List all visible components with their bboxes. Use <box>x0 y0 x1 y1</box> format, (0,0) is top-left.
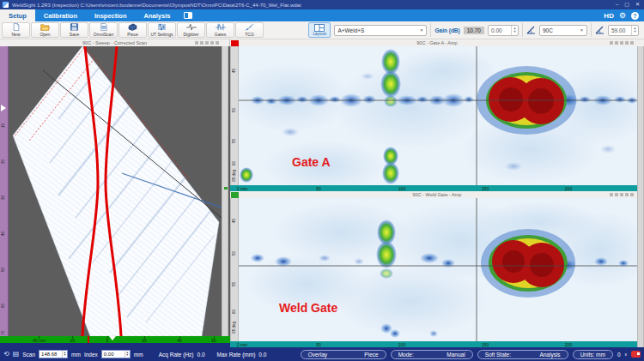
window-title: WeldSight 1.2R3 (Inspection) C:\Users\vi… <box>12 3 616 8</box>
scan-position-marker[interactable] <box>1 105 6 111</box>
gate-a-view-title: 90C - Gate A - Amp <box>230 40 644 45</box>
save-button[interactable]: Save <box>60 22 88 38</box>
scan-position-input[interactable]: 148.68 ▲▼ <box>39 350 68 358</box>
refresh-icon[interactable]: ⟲ <box>3 349 9 359</box>
scan-unit: mm <box>71 352 81 358</box>
layouts-button[interactable]: Layouts <box>308 22 331 38</box>
counter-value: 0 <box>617 352 621 358</box>
gate-a-view-controls[interactable] <box>610 41 634 45</box>
scroll-marker <box>224 187 228 190</box>
layout-preset-select[interactable]: A+Weld+S ▼ <box>334 25 427 36</box>
weld-gate-alarm-indicator <box>231 192 239 198</box>
gate-a-vertical-ruler[interactable]: 45 50 55 60 65 deg <box>230 46 239 185</box>
help-icon[interactable]: ? <box>631 12 639 20</box>
digitizer-button[interactable]: Digitizer <box>177 22 205 38</box>
connection-status-icon <box>631 351 641 358</box>
counter-unit: x <box>625 352 628 357</box>
scan-label: Scan <box>22 352 35 358</box>
tab-inspection[interactable]: Inspection <box>86 9 136 21</box>
maximize-button[interactable]: ▢ <box>624 0 629 9</box>
app-logo-icon <box>3 2 9 8</box>
tab-setup[interactable]: Setup <box>0 9 35 21</box>
open-button[interactable]: Open <box>31 22 59 38</box>
piece-button[interactable]: Piece <box>118 22 147 38</box>
beam-group-select[interactable]: 90C ▼ <box>539 25 587 36</box>
acq-rate-value: 0.0 <box>197 352 205 358</box>
close-button[interactable]: ✕ <box>635 0 640 9</box>
units-pill[interactable]: Units: mm <box>573 350 613 359</box>
sweep-view-header: 90C - Sweep - Corrected Scan <box>0 39 230 46</box>
status-bar: ⟲ ▤ Scan 148.68 ▲▼ mm Index 0.00 ▲▼ mm A… <box>0 347 644 361</box>
ut-settings-sliders-icon <box>156 23 167 31</box>
weld-gate-vertical-ruler[interactable]: 45 50 55 60 65 deg <box>230 198 239 341</box>
app-window: WeldSight 1.2R3 (Inspection) C:\Users\vi… <box>0 0 644 361</box>
gain-value: 10.70 <box>464 27 484 34</box>
mode-pill[interactable]: Mode: Manual <box>391 350 473 359</box>
spinner-arrows-icon[interactable]: ▲▼ <box>125 351 130 358</box>
sweep-scrollbar[interactable] <box>222 46 228 336</box>
sweep-view-canvas[interactable]: 10 20 30 40 50 60 70 80 <box>0 46 230 336</box>
index-cursor-marker[interactable] <box>109 336 116 340</box>
layouts-grid-icon <box>314 24 325 32</box>
new-button[interactable]: New <box>2 22 30 38</box>
tab-analysis[interactable]: Analysis <box>136 9 179 21</box>
gain-label: Gain (dB) <box>434 27 459 33</box>
weld-gate-cscan[interactable]: Weld Gate <box>239 198 637 341</box>
gates-icon <box>215 23 227 31</box>
menu-bar: Setup Calibration Inspection Analysis HD… <box>0 9 644 21</box>
tcg-curve-icon <box>244 23 255 31</box>
weld-gate-view-title: 90C - Weld Gate - Amp <box>230 192 644 197</box>
beam-angle-icon <box>526 26 536 34</box>
open-folder-icon <box>39 23 51 31</box>
gate-a-annotation: Gate A <box>292 155 331 169</box>
overlay-pill[interactable]: Overlay Piece <box>301 350 386 359</box>
chevron-down-icon: ▼ <box>580 27 584 33</box>
minimize-button[interactable]: – <box>616 0 618 9</box>
acq-rate-label: Acq Rate (Hz) <box>159 352 194 358</box>
gear-icon[interactable]: ⚙ <box>619 9 626 21</box>
tcg-button[interactable]: TCG <box>235 22 264 38</box>
gain-delta-stepper[interactable]: 0.00 ▲▼ <box>488 25 519 36</box>
right-scrollbar[interactable] <box>637 46 644 347</box>
index-unit: mm <box>134 352 143 358</box>
spinner-arrows-icon[interactable]: ▲▼ <box>631 26 638 35</box>
red-indication-blob <box>481 229 575 298</box>
ut-settings-button[interactable]: UT Settings <box>148 22 176 38</box>
omniscan-icon <box>99 23 109 31</box>
separator <box>522 23 523 37</box>
tab-calibration[interactable]: Calibration <box>35 9 86 21</box>
separator <box>591 23 592 37</box>
omniscan-button[interactable]: OmniScan <box>89 22 118 38</box>
gate-a-view-header: 90C - Gate A - Amp <box>230 39 644 46</box>
table-icon[interactable]: ▤ <box>13 349 20 359</box>
hd-badge: HD <box>604 12 614 20</box>
chevron-down-icon: ▼ <box>420 27 424 33</box>
weld-center-tick <box>88 336 89 343</box>
new-file-icon <box>11 23 21 31</box>
gate-a-horizontal-ruler[interactable]: 2 mm 50 100 150 200 <box>230 185 637 191</box>
gates-button[interactable]: Gates <box>206 22 234 38</box>
sweep-scan-image[interactable] <box>9 46 222 336</box>
save-floppy-icon <box>70 23 79 31</box>
soft-state-pill[interactable]: Soft State: Analysis <box>477 350 568 359</box>
title-bar: WeldSight 1.2R3 (Inspection) C:\Users\vi… <box>0 0 644 9</box>
sweep-view-controls[interactable] <box>195 41 219 45</box>
angle-stepper[interactable]: 59.00 ▲▼ <box>608 25 639 36</box>
weld-gate-horizontal-ruler[interactable]: 2 mm 50 100 150 200 <box>230 341 637 347</box>
sweep-vertical-ruler[interactable]: 10 20 30 40 50 60 70 80 <box>0 46 9 336</box>
index-position-input[interactable]: 0.00 ▲▼ <box>101 350 131 358</box>
weld-gate-view-controls[interactable] <box>610 193 634 196</box>
max-rate-value: 0.0 <box>258 352 266 358</box>
weld-gate-view-header: 90C - Weld Gate - Amp <box>230 191 644 198</box>
spinner-arrows-icon[interactable]: ▲▼ <box>511 26 518 35</box>
toolbar: New Open Save OmniScan Piece UT Settings… <box>0 21 644 39</box>
gate-a-cscan[interactable]: Gate A <box>239 46 637 185</box>
max-rate-label: Max Rate (mm) <box>217 352 256 358</box>
panel-toggle-icon[interactable] <box>184 12 192 19</box>
weld-gate-annotation: Weld Gate <box>279 301 337 315</box>
separator <box>430 23 431 37</box>
digitizer-waveform-icon <box>185 23 197 31</box>
angle-icon <box>595 26 605 34</box>
spinner-arrows-icon[interactable]: ▲▼ <box>62 351 67 358</box>
index-label: Index <box>84 352 98 358</box>
